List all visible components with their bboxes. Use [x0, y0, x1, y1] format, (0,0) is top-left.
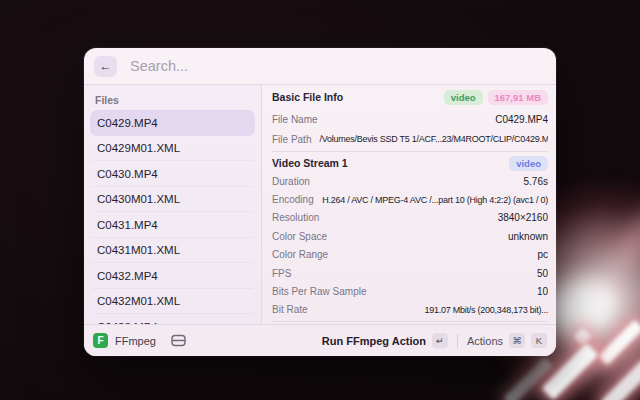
row-value: /Volumes/Bevis SSD T5 1/ACF...23/M4ROOT/…	[319, 134, 548, 144]
search-input[interactable]	[130, 58, 546, 74]
app-name: FFmpeg	[115, 335, 156, 347]
list-item-c0430-mp4[interactable]: C0430.MP4	[90, 161, 255, 187]
metadata-row: Encoding H.264 / AVC / MPEG-4 AVC /...pa…	[272, 190, 548, 208]
video-stream-title: Video Stream 1	[272, 157, 348, 169]
back-arrow-icon: ←	[100, 59, 112, 73]
row-label: Duration	[272, 176, 310, 187]
list-item-c0429m01-xml[interactable]: C0429M01.XML	[90, 136, 255, 162]
list-item-c0432m01-xml[interactable]: C0432M01.XML	[90, 289, 255, 315]
file-name: C0432.MP4	[97, 270, 158, 282]
metadata-row: FPS 50	[272, 264, 548, 282]
file-name: C0429.MP4	[97, 117, 158, 129]
list-item-c0430m01-xml[interactable]: C0430M01.XML	[90, 187, 255, 213]
metadata-row: Bits Per Raw Sample 10	[272, 282, 548, 300]
row-label: Color Space	[272, 231, 327, 242]
row-value: pc	[336, 249, 548, 260]
video-type-badge: video	[444, 90, 483, 105]
metadata-row: Duration 5.76s	[272, 172, 548, 190]
row-label: Encoding	[272, 194, 314, 205]
list-item-c0429-mp4[interactable]: C0429.MP4	[90, 110, 255, 136]
file-list-panel: Files C0429.MP4 C0429M01.XML C0430.MP4 C…	[84, 85, 262, 324]
footer-divider	[457, 334, 458, 348]
file-size-badge: 167,91 MB	[488, 90, 548, 105]
back-button[interactable]: ←	[94, 56, 117, 77]
row-label: FPS	[272, 268, 291, 279]
row-label: Color Range	[272, 249, 328, 260]
k-key-icon: K	[531, 333, 547, 348]
return-key-icon: ↵	[432, 333, 448, 348]
list-item-c0431-mp4[interactable]: C0431.MP4	[90, 212, 255, 238]
app-chip: F FFmpeg	[93, 333, 186, 348]
metadata-row: Color Space unknown	[272, 227, 548, 245]
row-label: Resolution	[272, 212, 319, 223]
basic-info-title: Basic File Info	[272, 91, 343, 103]
file-name: C0430M01.XML	[97, 193, 180, 205]
metadata-row: File Name C0429.MP4	[272, 109, 548, 129]
list-item-c0432-mp4[interactable]: C0432.MP4	[90, 263, 255, 289]
row-value: 10	[374, 286, 548, 297]
video-stream-badge: video	[509, 156, 548, 171]
file-name: C0431.MP4	[97, 219, 158, 231]
metadata-row: Bit Rate 191.07 Mbit/s (200,348,173 bit)…	[272, 301, 548, 319]
row-value: 50	[299, 268, 548, 279]
file-name: C0432M01.XML	[97, 295, 180, 307]
metadata-row: Resolution 3840×2160	[272, 209, 548, 227]
run-ffmpeg-action-button[interactable]: Run FFmpeg Action ↵	[322, 333, 448, 348]
basic-info-header-row: Basic File Info video 167,91 MB	[272, 85, 548, 109]
list-item-c0433-mp4[interactable]: C0433.MP4	[90, 314, 255, 324]
section-divider	[272, 321, 548, 322]
action-bar: F FFmpeg Run FFmpeg Action ↵ Actions	[84, 324, 556, 356]
file-name: C0433.MP4	[97, 321, 158, 324]
section-divider	[272, 151, 548, 152]
row-label: Bits Per Raw Sample	[272, 286, 366, 297]
video-stream-header-row: Video Stream 1 video	[272, 154, 548, 172]
screen: ← Files C0429.MP4 C0429M01.XML C0430.MP4…	[0, 0, 640, 400]
row-label: Bit Rate	[272, 304, 308, 315]
file-name: C0429M01.XML	[97, 142, 180, 154]
launcher-window: ← Files C0429.MP4 C0429M01.XML C0430.MP4…	[84, 48, 556, 356]
row-value: C0429.MP4	[326, 114, 548, 125]
drive-icon	[171, 334, 186, 347]
row-value: H.264 / AVC / MPEG-4 AVC /...part 10 (Hi…	[322, 195, 548, 205]
footer-actions: Run FFmpeg Action ↵ Actions ⌘ K	[322, 333, 547, 348]
run-action-label: Run FFmpeg Action	[322, 335, 426, 347]
file-name: C0430.MP4	[97, 168, 158, 180]
command-key-icon: ⌘	[509, 333, 525, 348]
row-label: File Path	[272, 134, 311, 145]
row-value: 3840×2160	[327, 212, 548, 223]
ffmpeg-app-icon: F	[93, 333, 108, 348]
search-bar: ←	[84, 48, 556, 85]
row-value: 5.76s	[318, 176, 548, 187]
window-body: Files C0429.MP4 C0429M01.XML C0430.MP4 C…	[84, 85, 556, 324]
list-item-c0431m01-xml[interactable]: C0431M01.XML	[90, 238, 255, 264]
actions-label: Actions	[467, 335, 503, 347]
row-value: unknown	[335, 231, 548, 242]
metadata-row: File Path /Volumes/Bevis SSD T5 1/ACF...…	[272, 129, 548, 149]
file-name: C0431M01.XML	[97, 244, 180, 256]
file-detail-panel: Basic File Info video 167,91 MB File Nam…	[262, 85, 556, 324]
row-label: File Name	[272, 114, 318, 125]
actions-button[interactable]: Actions ⌘ K	[467, 333, 547, 348]
metadata-row: Color Range pc	[272, 246, 548, 264]
file-list-header: Files	[84, 85, 261, 110]
row-value: 191.07 Mbit/s (200,348,173 bit)...	[316, 305, 548, 315]
